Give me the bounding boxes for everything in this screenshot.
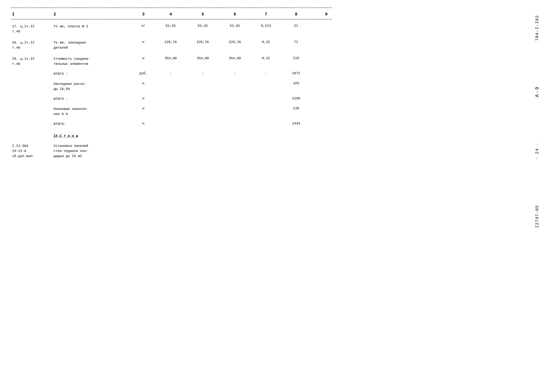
itogo2-unit: н xyxy=(132,96,155,101)
itogo3-unit-val: н xyxy=(133,122,154,125)
planned-v5 xyxy=(187,106,219,107)
right-labels: 704-I-I02 А-9 · 24 · I2797-05 xyxy=(534,15,540,228)
row17-val8: II xyxy=(281,24,311,28)
row18-v8: 7I xyxy=(282,40,311,44)
itogo3-v4 xyxy=(155,121,187,122)
header-col-2: 2 xyxy=(53,12,132,17)
itogo3-val8: 2434 xyxy=(282,122,311,125)
planned-val8: I38 xyxy=(282,106,311,110)
itogo1-v8: I87I xyxy=(281,71,311,76)
header-col-5: 5 xyxy=(187,12,219,17)
row17-code-line1: I7. ц.Iч.IУ xyxy=(12,24,34,29)
itogo2-v6 xyxy=(219,96,251,97)
overhead-val8: 325 xyxy=(282,82,311,85)
row19-val4: 354,08 xyxy=(155,56,187,61)
install-desc: Установка панелей стен подвала пло- щадь… xyxy=(53,143,132,159)
row18-desc-line2: деталей xyxy=(54,45,86,50)
page-wrapper: I 2 3 4 5 6 7 8 9 I7. ц.Iч.IУ т.46 То же… xyxy=(11,8,546,162)
planned-v7 xyxy=(251,106,281,107)
row19-v4: 354,08 xyxy=(156,56,186,60)
planned-unit-val: н xyxy=(133,106,154,110)
row18-v6: 228,I6 xyxy=(220,40,250,44)
row18-val5: 228,I6 xyxy=(187,40,219,44)
row17-v5: 52,92 xyxy=(188,24,218,28)
row19-val5: 354,08 xyxy=(187,56,219,61)
row19-v6: 354,08 xyxy=(220,56,250,60)
row19-val8: IIO xyxy=(281,56,311,61)
itogo3-v6 xyxy=(219,121,251,122)
itogo3-code xyxy=(11,121,53,122)
itogo3-desc: ИТОГО- xyxy=(53,121,132,127)
row18-v7: 0,3I xyxy=(252,40,280,44)
planned-line2: ния 6 % xyxy=(54,112,88,117)
itogo2-v7 xyxy=(251,96,281,97)
row17-val6: 52,92 xyxy=(219,24,251,28)
itogo3-unit: н xyxy=(132,121,155,126)
itogo1-label: ИТОГО - xyxy=(54,72,68,77)
header-col-6: 6 xyxy=(219,12,251,17)
overhead-v6 xyxy=(219,81,251,82)
row17-v6: 52,92 xyxy=(220,24,250,28)
header-col-9: 9 xyxy=(311,12,341,17)
header-col-7: 7 xyxy=(251,12,281,17)
itogo1-desc: ИТОГО - xyxy=(53,71,132,77)
overhead-unit-val: н xyxy=(133,82,154,85)
top-border xyxy=(11,8,332,8)
table-row: I7. ц.Iч.IУ т.46 То же, класса В-I кг 52… xyxy=(11,22,332,36)
planned-unit: н xyxy=(132,106,155,111)
itogo1-v7: - xyxy=(251,71,281,76)
table-row: ИТОГО - руб. - - - - I87I xyxy=(11,70,332,78)
header-row: I 2 3 4 5 6 7 8 9 xyxy=(11,10,332,19)
row18-desc: То же, закладных деталей xyxy=(53,40,132,51)
row19-code: I9. ц.Iч.IУ т.46 xyxy=(11,56,53,67)
row19-unit: н xyxy=(132,56,155,61)
table-row: ИТОГО - н 2296 xyxy=(11,95,332,103)
header-col-8: 8 xyxy=(281,12,311,17)
planned-line1: Плановые накопле- xyxy=(54,106,88,112)
row19-unit-val: н xyxy=(133,56,154,60)
itogo2-label: ИТОГО - xyxy=(54,97,68,102)
planned-v6 xyxy=(219,106,251,107)
row18-val6: 228,I6 xyxy=(219,40,251,44)
itogo1-val7: - xyxy=(252,72,280,75)
install-code-line2: I9-2I-в xyxy=(12,149,34,154)
row19-v8: IIO xyxy=(282,56,311,60)
itogo1-v4: - xyxy=(155,71,187,76)
table-row: I9. ц.Iч.IУ т.46 Стоимость соедини- тель… xyxy=(11,55,332,68)
row17-code-line2: т.46 xyxy=(12,29,34,34)
section4-code xyxy=(11,133,53,134)
overhead-desc: Накладные расхо- ды I6,5% xyxy=(53,81,132,92)
row18-val8: 7I xyxy=(281,40,311,44)
itogo3-v8: 2434 xyxy=(281,121,311,126)
itogo1-v6: - xyxy=(219,71,251,76)
row18-val4: 228,I6 xyxy=(155,40,187,44)
row18-unit: н xyxy=(132,40,155,44)
row17-unit-val: кг xyxy=(133,24,154,28)
table-row: I.II-384 I9-2I-в сб.доп.вып. Установка п… xyxy=(11,142,332,160)
table-row: Накладные расхо- ды I6,5% н 325 xyxy=(11,80,332,93)
row18-desc-line1: То же, закладных xyxy=(54,40,86,45)
table-row: IУ.С т е н ы xyxy=(11,132,332,140)
row17-v4: 52,92 xyxy=(156,24,186,28)
right-label-2: А-9 xyxy=(534,86,540,97)
itogo2-code xyxy=(11,96,53,97)
overhead-unit: н xyxy=(132,81,155,86)
row19-desc-line2: тельных элементов xyxy=(54,61,90,66)
install-desc-line3: щадью до IO м2 xyxy=(54,154,88,159)
row19-desc: Стоимость соедини- тельных элементов xyxy=(53,56,132,67)
itogo2-val8: 2296 xyxy=(282,97,311,100)
row19-val6: 354,08 xyxy=(219,56,251,61)
itogo2-desc: ИТОГО - xyxy=(53,96,132,102)
itogo1-unit-val: руб. xyxy=(133,72,154,75)
table-row: I8. ц.Iч.IУ т.46 То же, закладных детале… xyxy=(11,39,332,52)
row17-v7: 0,2I4 xyxy=(252,24,280,28)
row17-desc-text: То же, класса В-I xyxy=(54,24,88,29)
itogo2-v4 xyxy=(155,96,187,97)
row19-desc-line1: Стоимость соедини- xyxy=(54,56,90,61)
overhead-line2: ды I6,5% xyxy=(54,87,86,92)
itogo1-code xyxy=(11,71,53,72)
planned-code xyxy=(11,106,53,107)
row19-v7: 0,3I xyxy=(252,56,280,60)
planned-v8: I38 xyxy=(281,106,311,111)
section4-desc: IУ.С т е н ы xyxy=(53,133,132,139)
